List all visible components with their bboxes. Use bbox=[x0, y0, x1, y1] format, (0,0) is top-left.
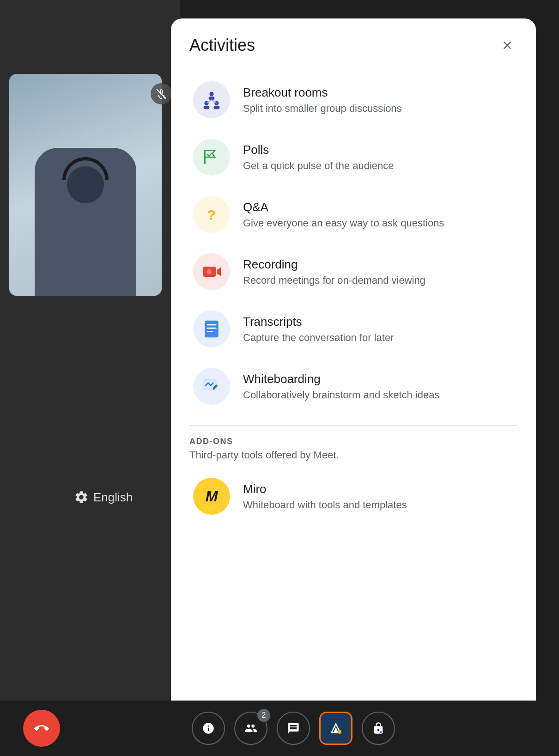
polls-desc: Get a quick pulse of the audience bbox=[243, 160, 514, 172]
activity-item-recording[interactable]: Recording Record meetings for on-demand … bbox=[189, 244, 517, 299]
activity-item-breakout-rooms[interactable]: Breakout rooms Split into smaller group … bbox=[189, 72, 517, 128]
transcripts-title: Transcripts bbox=[243, 315, 514, 329]
transcripts-svg bbox=[201, 319, 222, 339]
gear-icon bbox=[74, 490, 89, 505]
polls-text: Polls Get a quick pulse of the audience bbox=[243, 143, 514, 172]
svg-line-0 bbox=[157, 89, 166, 98]
recording-text: Recording Record meetings for on-demand … bbox=[243, 257, 514, 287]
qa-title: Q&A bbox=[243, 200, 514, 214]
activity-item-transcripts[interactable]: Transcripts Capture the conversation for… bbox=[189, 301, 517, 357]
recording-desc: Record meetings for on-demand viewing bbox=[243, 274, 514, 287]
activities-button[interactable] bbox=[319, 712, 352, 745]
svg-rect-2 bbox=[209, 97, 215, 100]
breakout-rooms-icon bbox=[193, 81, 230, 118]
people-button[interactable]: 2 bbox=[234, 712, 267, 745]
english-label[interactable]: English bbox=[74, 490, 133, 505]
svg-rect-4 bbox=[204, 106, 210, 109]
activity-item-whiteboarding[interactable]: Whiteboarding Collaboratively brainstorm… bbox=[189, 359, 517, 414]
activity-item-miro[interactable]: M Miro Whiteboard with tools and templat… bbox=[189, 469, 517, 524]
transcripts-icon bbox=[193, 311, 230, 348]
english-text: English bbox=[93, 490, 133, 505]
qa-text: Q&A Give everyone an easy way to ask que… bbox=[243, 200, 514, 229]
activities-icon bbox=[328, 721, 343, 736]
qa-desc: Give everyone an easy way to ask questio… bbox=[243, 217, 514, 229]
panel-header: Activities bbox=[189, 35, 517, 55]
qa-svg: ? bbox=[201, 204, 222, 225]
addons-desc: Third-party tools offered by Meet. bbox=[189, 449, 517, 461]
miro-letter: M bbox=[206, 488, 218, 505]
recording-title: Recording bbox=[243, 257, 514, 272]
video-thumbnail bbox=[9, 74, 162, 296]
info-icon bbox=[202, 722, 215, 735]
breakout-rooms-svg bbox=[201, 90, 222, 110]
whiteboarding-title: Whiteboarding bbox=[243, 372, 514, 386]
addons-label: ADD-ONS bbox=[189, 437, 517, 446]
mute-icon bbox=[156, 88, 167, 99]
svg-point-13 bbox=[207, 269, 212, 274]
panel-title: Activities bbox=[189, 36, 255, 55]
polls-svg bbox=[201, 147, 222, 167]
transcripts-desc: Capture the conversation for later bbox=[243, 332, 514, 344]
people-icon bbox=[244, 722, 257, 735]
polls-icon bbox=[193, 139, 230, 176]
close-button[interactable] bbox=[497, 35, 517, 55]
miro-title: Miro bbox=[243, 482, 514, 496]
svg-rect-14 bbox=[205, 321, 218, 338]
lock-button[interactable]: A bbox=[362, 712, 395, 745]
mute-badge bbox=[151, 83, 172, 104]
end-call-button[interactable] bbox=[23, 710, 60, 747]
recording-icon bbox=[193, 253, 230, 290]
whiteboarding-svg bbox=[201, 376, 222, 396]
breakout-rooms-title: Breakout rooms bbox=[243, 85, 514, 100]
transcripts-text: Transcripts Capture the conversation for… bbox=[243, 315, 514, 344]
activity-item-polls[interactable]: Polls Get a quick pulse of the audience bbox=[189, 129, 517, 185]
video-area: English bbox=[0, 0, 180, 712]
miro-icon: M bbox=[193, 478, 230, 515]
activities-panel: Activities Bre bbox=[171, 18, 536, 712]
qa-icon: ? bbox=[193, 196, 230, 233]
chat-icon bbox=[287, 722, 300, 735]
svg-text:?: ? bbox=[207, 207, 216, 222]
miro-desc: Whiteboard with tools and templates bbox=[243, 499, 514, 511]
addons-section: ADD-ONS Third-party tools offered by Mee… bbox=[189, 425, 517, 524]
end-call-icon bbox=[34, 721, 49, 736]
svg-point-1 bbox=[209, 92, 213, 96]
people-badge: 2 bbox=[257, 709, 270, 722]
svg-point-22 bbox=[338, 730, 341, 734]
activity-item-qa[interactable]: ? Q&A Give everyone an easy way to ask q… bbox=[189, 187, 517, 242]
bottom-toolbar: 2 A bbox=[0, 701, 559, 756]
svg-marker-12 bbox=[217, 268, 221, 276]
breakout-rooms-desc: Split into smaller group discussions bbox=[243, 103, 514, 115]
info-button[interactable] bbox=[192, 712, 225, 745]
whiteboarding-desc: Collaboratively brainstorm and sketch id… bbox=[243, 389, 514, 401]
whiteboarding-icon bbox=[193, 368, 230, 405]
chat-button[interactable] bbox=[277, 712, 310, 745]
close-icon bbox=[501, 39, 514, 52]
lock-icon: A bbox=[372, 722, 385, 735]
whiteboarding-text: Whiteboarding Collaboratively brainstorm… bbox=[243, 372, 514, 401]
polls-title: Polls bbox=[243, 143, 514, 157]
svg-rect-6 bbox=[214, 106, 220, 109]
svg-text:A: A bbox=[379, 730, 383, 735]
miro-text: Miro Whiteboard with tools and templates bbox=[243, 482, 514, 511]
recording-svg bbox=[201, 262, 222, 282]
breakout-rooms-text: Breakout rooms Split into smaller group … bbox=[243, 85, 514, 115]
